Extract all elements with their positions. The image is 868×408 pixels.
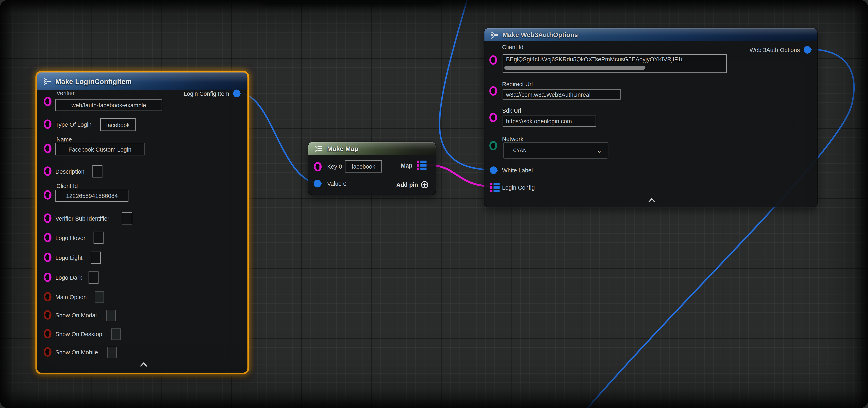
client-id-scrollbar[interactable]: [504, 66, 646, 70]
output-pin-label: Web 3Auth Options: [750, 46, 800, 54]
type-of-login-input[interactable]: facebook: [100, 118, 136, 131]
pin-show-on-mobile[interactable]: [44, 347, 52, 356]
pin-label: Logo Dark: [55, 274, 82, 281]
pin-label: White Label: [502, 166, 533, 174]
show-on-modal-checkbox[interactable]: [106, 310, 116, 321]
pin-label: Redirect Url: [502, 80, 533, 88]
map-pin-icon[interactable]: [417, 160, 427, 170]
redirect-url-input[interactable]: w3a://com.w3a.Web3AuthUnreal: [503, 89, 621, 100]
pin-key-0[interactable]: [314, 162, 321, 171]
pin-label: Main Option: [55, 293, 87, 301]
verifier-sub-identifier-input[interactable]: [122, 212, 132, 225]
collapse-chevron-icon[interactable]: [140, 362, 147, 367]
make-struct-icon: [43, 78, 52, 85]
pin-label: Type Of Login: [55, 121, 92, 128]
pin-main-option[interactable]: [44, 292, 52, 301]
pin-sdk-url[interactable]: [489, 113, 497, 122]
node-header[interactable]: Make Web3AuthOptions: [485, 28, 817, 41]
pin-label: Show On Mobile: [55, 348, 98, 356]
show-on-desktop-checkbox[interactable]: [111, 329, 121, 340]
pin-label: Verifier Sub Identifier: [55, 214, 109, 222]
pin-label: Client Id: [57, 182, 78, 190]
blueprint-editor: Make LoginConfigItem Login Config Item V…: [0, 0, 868, 408]
logo-light-input[interactable]: [91, 251, 101, 264]
node-make-loginconfigitem[interactable]: Make LoginConfigItem Login Config Item V…: [35, 71, 249, 374]
pin-label: Client Id: [502, 43, 523, 51]
client-id-input[interactable]: 1222658941886084: [55, 190, 128, 202]
pin-logo-dark[interactable]: [44, 273, 52, 282]
graph-canvas[interactable]: Make LoginConfigItem Login Config Item V…: [0, 0, 868, 408]
key-0-input[interactable]: facebook: [345, 160, 382, 172]
sdk-url-input[interactable]: https://sdk.openlogin.com: [503, 115, 596, 127]
node-title: Make Web3AuthOptions: [503, 32, 578, 38]
pin-label: Value 0: [327, 180, 346, 188]
pin-description[interactable]: [44, 166, 52, 176]
network-dropdown[interactable]: CYAN ⌄: [503, 142, 608, 159]
pin-show-on-modal[interactable]: [44, 310, 52, 319]
wire-map-to-loginconfig[interactable]: [427, 165, 492, 186]
collapse-chevron-icon[interactable]: [648, 198, 655, 202]
main-option-checkbox[interactable]: [95, 292, 104, 303]
add-pin-button[interactable]: Add pin: [396, 181, 429, 189]
pin-label: Logo Light: [55, 254, 83, 262]
node-header[interactable]: Make Map: [308, 142, 436, 155]
pin-verifier[interactable]: [44, 97, 52, 106]
pin-type-of-login[interactable]: [44, 120, 52, 129]
node-make-web3authoptions[interactable]: Make Web3AuthOptions Web 3Auth Options C…: [484, 28, 817, 207]
make-struct-icon: [491, 31, 499, 38]
pin-redirect-url[interactable]: [489, 86, 497, 96]
pin-logo-hover[interactable]: [44, 233, 52, 242]
pin-name[interactable]: [44, 144, 52, 153]
pin-label: Network: [502, 135, 523, 143]
name-input[interactable]: Facebook Custom Login: [55, 143, 145, 156]
node-title: Make Map: [327, 145, 359, 152]
pin-label: Sdk Url: [502, 107, 521, 114]
pin-verifier-sub-identifier[interactable]: [44, 213, 52, 223]
pin-network[interactable]: [489, 141, 497, 150]
offscreen-node-bottom[interactable]: [262, 0, 440, 3]
pin-label: Login Config: [502, 183, 535, 191]
node-title: Make LoginConfigItem: [55, 78, 132, 86]
node-make-map[interactable]: Make Map Key 0 facebook Map Value 0 Add …: [308, 141, 436, 195]
logo-dark-input[interactable]: [89, 271, 98, 283]
output-pin-web3auth-options[interactable]: [804, 46, 811, 54]
show-on-mobile-checkbox[interactable]: [107, 347, 117, 358]
pin-label: Show On Modal: [55, 311, 97, 319]
pin-label: Name: [57, 135, 72, 143]
pin-label: Logo Hover: [55, 234, 85, 242]
client-id-input[interactable]: BEglQSgt4cUWcj6SKRdu5QkOXTsePmMcusG5EAoy…: [503, 54, 727, 73]
pin-client-id[interactable]: [44, 190, 52, 200]
chevron-down-icon: ⌄: [597, 147, 602, 154]
pin-client-id[interactable]: [489, 55, 497, 65]
output-pin-label: Map: [401, 162, 412, 169]
verifier-input[interactable]: web3auth-facebook-example: [55, 99, 162, 111]
network-dropdown-value: CYAN: [513, 147, 597, 153]
pin-label: Key 0: [327, 163, 342, 170]
login-config-map-pin-icon[interactable]: [490, 182, 500, 193]
pin-show-on-desktop[interactable]: [44, 329, 52, 338]
wire-loginconfigitem-to-value0[interactable]: [240, 94, 319, 183]
output-pin-label: Login Config Item: [184, 90, 229, 97]
pin-value-0[interactable]: [314, 180, 321, 188]
add-pin-plus-icon: [421, 181, 428, 189]
pin-label: Verifier: [57, 89, 74, 97]
pin-label: Description: [55, 168, 85, 175]
logo-hover-input[interactable]: [94, 232, 103, 244]
description-input[interactable]: [92, 165, 102, 177]
add-pin-label: Add pin: [396, 181, 418, 188]
pin-label: Show On Desktop: [55, 330, 102, 338]
node-header[interactable]: Make LoginConfigItem: [37, 72, 247, 90]
make-map-icon: [314, 145, 323, 152]
output-pin-login-config-item[interactable]: [233, 90, 240, 97]
pin-white-label[interactable]: [490, 166, 497, 174]
pin-logo-light[interactable]: [44, 253, 52, 262]
